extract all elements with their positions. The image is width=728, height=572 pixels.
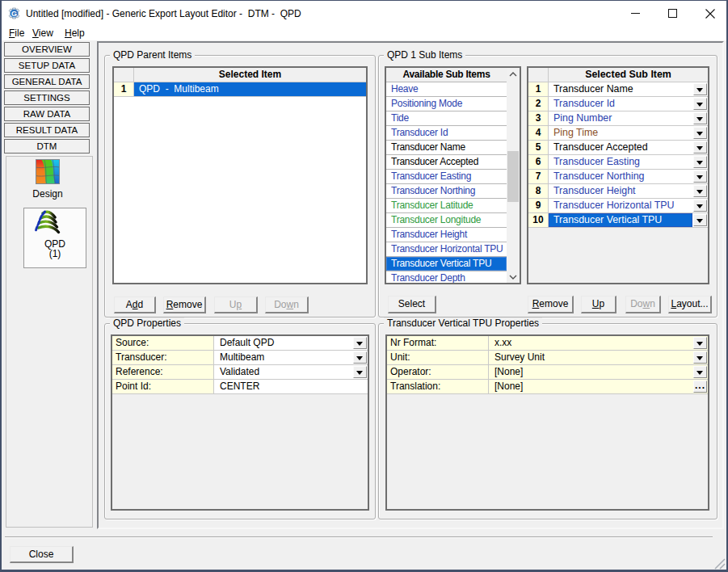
svg-text:G: G: [11, 10, 17, 18]
